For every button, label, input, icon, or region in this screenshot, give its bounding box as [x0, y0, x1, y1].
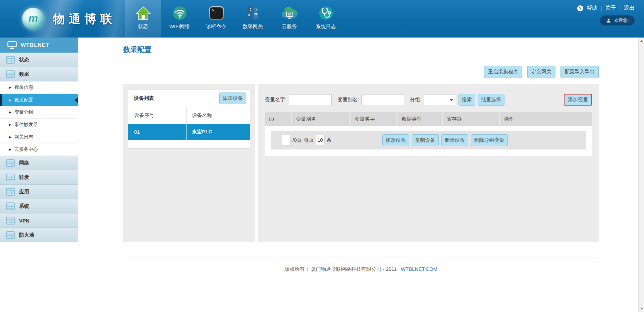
sidebar-item-firewall[interactable]: 防火墙	[0, 228, 78, 242]
terminal-icon: >_	[209, 3, 224, 23]
caret-right-icon: ▶	[9, 86, 11, 89]
sidebar-item-collection-info[interactable]: ▶ 数采信息	[0, 81, 78, 94]
sidebar-item-label: 状态	[19, 57, 29, 63]
col-register: 寄存器	[443, 112, 500, 126]
device-no-cell: 01	[128, 124, 186, 140]
chevron-down-icon	[450, 99, 453, 101]
delete-group-variable-button[interactable]: 删除分组变量	[471, 134, 508, 146]
copy-device-button[interactable]: 复制设备	[412, 134, 439, 146]
logout-link[interactable]: 退出	[624, 5, 635, 12]
tab-label: 云服务	[282, 23, 297, 30]
sidebar-item-collection-config[interactable]: ▶ 数采配置	[0, 94, 78, 106]
sidebar-item-label: 防火墙	[19, 232, 34, 238]
sidebar-item-application[interactable]: 应用	[0, 185, 78, 199]
grid-icon	[6, 188, 15, 196]
caret-right-icon: ▶	[9, 135, 11, 139]
tab-label: 系统日志	[316, 23, 336, 30]
variable-name-input[interactable]	[289, 94, 332, 105]
grid-icon	[6, 174, 15, 181]
page-total-text: /0页	[292, 137, 302, 143]
tab-label: 诊断命令	[206, 23, 226, 30]
device-name-cell: 永宏PLC	[186, 124, 250, 140]
about-link[interactable]: 关于	[605, 5, 616, 12]
per-page-input[interactable]	[316, 135, 325, 145]
page-toolbar: 重启采集程序 定义网关 配置导入导出	[123, 66, 599, 78]
define-gateway-button[interactable]: 定义网关	[527, 66, 555, 78]
variable-alias-label: 变量别名:	[337, 97, 359, 103]
grid-icon	[6, 56, 15, 64]
device-list-panel: 设备列表 添加设备 设备序号 设备名称 01 永宏PLC	[123, 84, 255, 242]
modify-device-button[interactable]: 修改设备	[382, 134, 409, 146]
sidebar-item-event-trigger[interactable]: ▶ 事件触发器	[0, 119, 78, 131]
sidebar-item-label: 数采信息	[14, 84, 33, 90]
col-alias: 变量别名	[292, 112, 351, 126]
sidebar-item-label: 应用	[19, 189, 29, 195]
device-table-header: 设备序号 设备名称	[128, 107, 250, 124]
link-separator: |	[601, 6, 602, 11]
search-button[interactable]: 搜索	[459, 94, 475, 106]
grid-icon	[6, 159, 15, 167]
variable-alias-input[interactable]	[361, 94, 404, 105]
sidebar-item-gateway-log[interactable]: ▶ 网关日志	[0, 131, 78, 143]
welcome-pill[interactable]: 欢迎您!	[600, 15, 635, 25]
sidebar-item-label: 转发	[19, 174, 29, 181]
batch-select-button[interactable]: 批量选择	[478, 94, 504, 106]
sidebar-item-status[interactable]: 状态	[0, 53, 78, 67]
col-id: ID	[265, 112, 292, 126]
add-device-button[interactable]: 添加设备	[219, 92, 246, 104]
wtblnet-link[interactable]: WTBLNET.COM	[401, 266, 437, 272]
top-nav: 状态 WIFI网络 >_ 诊断命令	[125, 0, 344, 38]
sidebar-item-label: VPN	[19, 218, 30, 224]
page-number-input[interactable]	[282, 135, 290, 145]
help-link[interactable]: 帮助	[587, 5, 597, 12]
home-icon	[136, 3, 151, 23]
caret-right-icon: ▶	[9, 148, 11, 151]
copyright-text: 版权所有： 厦门物通博联网络科技有限公司 · 2011	[284, 266, 397, 272]
config-import-export-button[interactable]: 配置导入导出	[560, 66, 599, 78]
sidebar-item-data-collection[interactable]: 数采	[0, 67, 78, 81]
scroll-down-icon[interactable]	[640, 308, 643, 310]
brand-name: 物通博联	[53, 11, 116, 27]
add-variable-button[interactable]: 添加变量	[564, 94, 592, 106]
tab-wifi-network[interactable]: WIFI网络	[161, 0, 198, 38]
welcome-text: 欢迎您!	[614, 17, 629, 23]
scroll-up-icon[interactable]	[640, 40, 643, 42]
sidebar-title: WTBLNET	[21, 42, 49, 48]
wifi-icon	[172, 3, 187, 23]
header-links: ? 帮助 | 关于 | 退出	[577, 5, 635, 12]
sidebar-item-vpn[interactable]: VPN	[0, 213, 78, 228]
sidebar-item-label: 数采配置	[14, 97, 33, 103]
per-page-label: 每页	[304, 137, 314, 143]
tab-status[interactable]: 状态	[125, 0, 161, 38]
device-table-row[interactable]: 01 永宏PLC	[128, 124, 250, 140]
vertical-scrollbar[interactable]	[638, 38, 644, 312]
device-no-column-header: 设备序号	[128, 107, 186, 124]
tab-label: WIFI网络	[169, 23, 190, 30]
restart-collector-button[interactable]: 重启采集程序	[484, 66, 522, 78]
grid-icon	[6, 202, 15, 210]
device-list-title: 设备列表	[134, 95, 154, 102]
tab-cloud-service[interactable]: 云服务	[271, 0, 308, 38]
sidebar-item-system[interactable]: 系统	[0, 199, 78, 213]
page-title: 数采配置	[123, 45, 599, 54]
tab-data-gateway[interactable]: 数采网关	[234, 0, 271, 38]
device-actions: 修改设备 复制设备 删除设备 删除分组变量	[382, 134, 508, 146]
device-list-card: 设备列表 添加设备 设备序号 设备名称 01 永宏PLC	[128, 89, 250, 148]
tab-diagnostic-command[interactable]: >_ 诊断命令	[198, 0, 234, 38]
sidebar-item-cloud-center[interactable]: ▶ 云服务中心	[0, 143, 78, 156]
grid-icon	[6, 217, 15, 225]
link-separator: |	[619, 6, 621, 11]
help-icon: ?	[577, 5, 583, 11]
variable-table-body: /0页 每页 条 修改设备 复制设备 删除设备 删除分组变量	[265, 126, 592, 156]
tab-system-log[interactable]: 系统日志	[308, 0, 344, 38]
caret-right-icon: ▶	[9, 99, 11, 102]
delete-device-button[interactable]: 删除设备	[441, 134, 468, 146]
sidebar-item-forwarding[interactable]: 转发	[0, 170, 78, 185]
group-select[interactable]	[424, 94, 456, 105]
sidebar-item-network[interactable]: 网络	[0, 156, 78, 170]
sidebar-item-label: 网络	[19, 160, 29, 166]
tab-label: 状态	[138, 23, 148, 30]
variable-table-header: ID 变量别名 变量名字 数据类型 寄存器 操作	[265, 112, 592, 126]
sidebar-item-label: 变量分组	[14, 109, 33, 115]
sidebar-item-variable-group[interactable]: ▶ 变量分组	[0, 106, 78, 119]
